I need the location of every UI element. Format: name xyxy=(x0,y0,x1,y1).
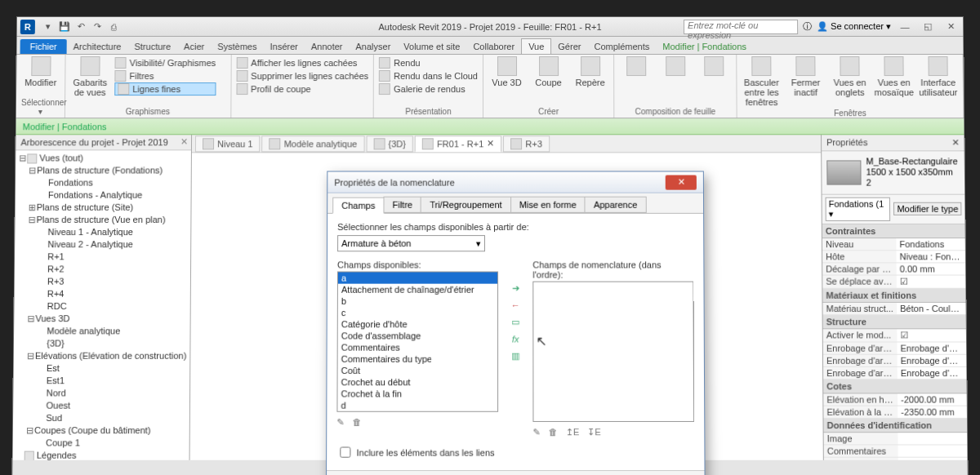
list-item[interactable]: Commentaires du type xyxy=(338,353,497,365)
render-button[interactable]: Rendu xyxy=(379,56,478,69)
edit-icon[interactable]: ✎ xyxy=(532,427,540,437)
include-linked-checkbox[interactable] xyxy=(340,446,350,457)
ribbon-tab[interactable]: Compléments xyxy=(587,39,656,54)
delete-icon[interactable]: 🗑 xyxy=(549,427,558,437)
ribbon-tab[interactable]: Volume et site xyxy=(397,39,466,54)
callout-button[interactable]: Repère xyxy=(572,56,608,87)
view-tab[interactable]: {3D} xyxy=(366,135,413,152)
view-templates-button[interactable]: Gabarits de vues xyxy=(70,56,109,97)
list-item[interactable]: Code d'assemblage xyxy=(338,330,497,341)
property-row[interactable]: HôteNiveau : Fondati... xyxy=(822,251,965,263)
property-row[interactable]: Image xyxy=(824,433,968,445)
qat-redo-icon[interactable]: ↷ xyxy=(90,19,105,33)
list-item[interactable]: Crochet au début xyxy=(338,376,498,388)
ribbon-tab[interactable]: Analyser xyxy=(349,39,397,54)
ribbon-tab[interactable]: Gérer xyxy=(551,39,587,54)
view-tab[interactable]: R+3 xyxy=(503,135,550,152)
ribbon-tab[interactable]: Insérer xyxy=(263,39,304,54)
dialog-tab[interactable]: Champs xyxy=(332,198,384,214)
edit-type-button[interactable]: Modifier le type xyxy=(893,202,961,215)
ui-button[interactable]: Interface utilisateur xyxy=(918,56,958,97)
section-button[interactable]: Coupe xyxy=(530,56,567,87)
list-item[interactable]: a xyxy=(338,273,497,284)
tab-views-button[interactable]: Vues en onglets xyxy=(830,56,869,97)
remove-hidden-button[interactable]: Supprimer les lignes cachées xyxy=(236,69,368,82)
delete-icon[interactable]: 🗑 xyxy=(353,417,362,428)
property-category[interactable]: Contraintes xyxy=(822,224,965,238)
visibility-graphics-button[interactable]: Visibilité/ Graphismes xyxy=(114,56,216,69)
ribbon-tab[interactable]: Vue xyxy=(521,38,551,54)
close-icon[interactable]: ✕ xyxy=(487,138,494,149)
tree-node[interactable]: Fondations - Analytique xyxy=(16,189,191,202)
property-category[interactable]: Cotes xyxy=(823,380,967,393)
property-row[interactable]: Enrobage d'arm...Enrobage d'arm... xyxy=(823,366,966,379)
list-item[interactable]: Attachement de chaînage/d'étrier xyxy=(338,284,497,295)
close-inactive-button[interactable]: Fermer inactif xyxy=(786,56,825,97)
property-row[interactable]: Décalage par ra...0.00 mm xyxy=(822,263,965,275)
tree-node[interactable]: Niveau 1 - Analytique xyxy=(15,226,190,238)
available-fields-list[interactable]: aAttachement de chaînage/d'étrierbcCatég… xyxy=(336,272,498,412)
cut-profile-button[interactable]: Profil de coupe xyxy=(236,82,368,95)
show-hidden-button[interactable]: Afficher les lignes cachées xyxy=(236,56,368,69)
tree-node[interactable]: ⊟Elévations (Elévation de construction) xyxy=(14,350,190,362)
dialog-tab[interactable]: Apparence xyxy=(585,197,647,213)
dialog-tab[interactable]: Mise en forme xyxy=(510,197,586,213)
property-category[interactable]: Structure xyxy=(823,315,966,329)
tree-node[interactable]: ⊟Plans de structure (Vue en plan) xyxy=(15,214,190,226)
tree-node[interactable]: ⊞Plans de structure (Site) xyxy=(16,202,191,214)
property-row[interactable]: Elévation en haut-2000.00 mm xyxy=(823,393,967,406)
tree-node[interactable]: Est1 xyxy=(13,375,189,387)
property-category[interactable]: Matériaux et finitions xyxy=(822,288,965,302)
dialog-close-button[interactable]: ✕ xyxy=(666,175,697,189)
tree-node[interactable]: {3D} xyxy=(14,337,190,349)
info-icon[interactable]: ⓘ xyxy=(803,20,812,33)
property-row[interactable]: Se déplace avec...☑ xyxy=(822,275,965,288)
ribbon-tab[interactable]: Structure xyxy=(127,39,177,54)
tree-node[interactable]: Coupe 1 xyxy=(13,437,189,449)
tree-node[interactable]: R+4 xyxy=(14,288,189,300)
help-search-input[interactable]: Entrez mot-clé ou expression xyxy=(684,19,798,33)
ribbon-tab[interactable]: Modifier | Fondations xyxy=(656,39,753,54)
property-row[interactable]: Elévation à la b...-2350.00 mm xyxy=(823,406,967,418)
edit-icon[interactable]: ✎ xyxy=(336,417,344,428)
move-down-icon[interactable]: ↧E xyxy=(587,427,601,437)
tree-node[interactable]: ⊟Vues 3D xyxy=(14,313,190,325)
qat-undo-icon[interactable]: ↶ xyxy=(74,19,88,33)
render-cloud-button[interactable]: Rendu dans le Cloud xyxy=(379,69,478,82)
restore-icon[interactable]: ◱ xyxy=(919,21,937,32)
tree-node[interactable]: Légendes xyxy=(13,450,189,460)
list-item[interactable]: c xyxy=(338,307,497,318)
ribbon-tab[interactable]: Acier xyxy=(177,39,211,54)
property-category[interactable]: Données d'identification xyxy=(823,418,967,432)
type-selector[interactable]: Fondations (1 ▾ xyxy=(826,197,891,220)
tree-node[interactable]: R+3 xyxy=(15,276,190,288)
ribbon-tab[interactable]: Architecture xyxy=(67,39,128,54)
property-row[interactable]: NiveauFondations xyxy=(822,238,965,251)
discipline-select[interactable]: Armature à béton▾ xyxy=(337,235,485,251)
view-tab[interactable]: FR01 - R+1 ✕ xyxy=(415,135,501,152)
close-icon[interactable]: ✕ xyxy=(942,21,960,32)
modify-button[interactable]: Modifier xyxy=(21,56,60,87)
minimize-icon[interactable]: — xyxy=(896,21,914,31)
tree-node[interactable]: Modèle analytique xyxy=(14,325,190,337)
tree-node[interactable]: Nord xyxy=(13,387,189,399)
render-gallery-button[interactable]: Galerie de rendus xyxy=(379,82,478,95)
list-item[interactable]: d xyxy=(337,400,497,411)
3dview-button[interactable]: Vue 3D xyxy=(488,56,525,87)
property-row[interactable]: Enrobage d'arm...Enrobage d'arm... xyxy=(823,342,966,354)
close-icon[interactable]: ✕ xyxy=(951,137,959,148)
list-item[interactable]: Coût xyxy=(338,365,497,376)
combine-button[interactable]: ▥ xyxy=(511,351,519,362)
ribbon-tab[interactable]: Annoter xyxy=(305,39,350,54)
view-tab[interactable]: Niveau 1 xyxy=(195,135,261,152)
tree-node[interactable]: R+2 xyxy=(15,263,190,275)
move-up-icon[interactable]: ↥E xyxy=(566,427,580,437)
thin-lines-button[interactable]: Lignes fines xyxy=(114,82,216,95)
add-field-button[interactable]: ➔ xyxy=(512,283,519,294)
list-item[interactable]: Crochet à la fin xyxy=(337,388,497,399)
ribbon-tab[interactable]: Collaborer xyxy=(466,39,521,54)
tree-node[interactable]: RDC xyxy=(14,300,189,313)
list-item[interactable]: Commentaires xyxy=(338,342,497,353)
tree-node[interactable]: Ouest xyxy=(13,400,189,412)
tree-node[interactable]: Est xyxy=(14,362,190,375)
